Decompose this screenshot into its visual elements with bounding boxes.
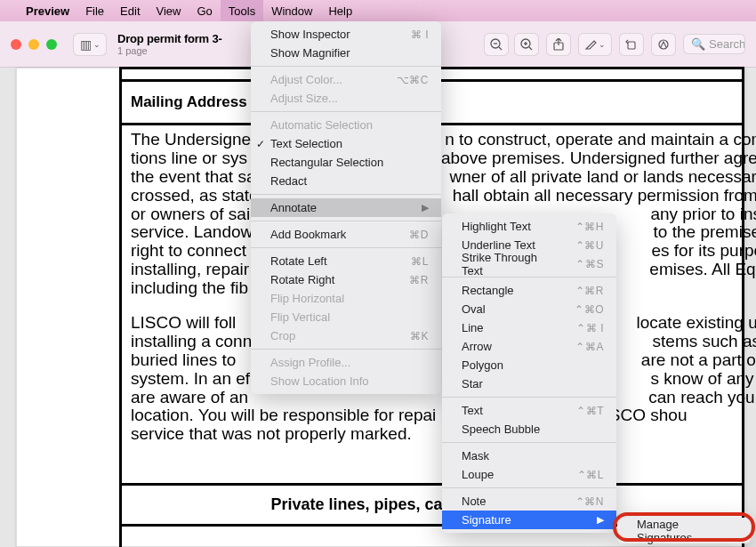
tools-item-rectangular-selection[interactable]: Rectangular Selection [251,153,441,172]
zoom-out-button[interactable] [484,33,509,56]
tools-item-show-location-info: Show Location Info [251,372,441,390]
pencil-icon [584,38,597,51]
fullscreen-button[interactable] [46,39,57,50]
sidebar-button[interactable]: ▥ ⌄ [73,33,107,56]
zoom-in-button[interactable] [514,33,539,56]
annotate-item-star[interactable]: Star [442,374,616,393]
tools-item-rotate-left[interactable]: Rotate Left⌘L [251,252,441,270]
annotate-item-line[interactable]: Line⌃⌘ I [442,318,616,337]
menubar-file[interactable]: File [77,0,112,21]
search-icon: 🔍 [691,37,705,51]
chevron-down-icon: ⌄ [599,40,606,49]
rotate-button[interactable] [619,33,644,56]
annotate-item-strike-through-text[interactable]: Strike Through Text⌃⌘S [442,254,616,273]
highlight-button[interactable]: ⌄ [578,33,612,56]
annotate-item-rectangle[interactable]: Rectangle⌃⌘R [442,281,616,300]
tools-item-text-selection[interactable]: ✓Text Selection [251,134,441,153]
tools-item-rotate-right[interactable]: Rotate Right⌘R [251,270,441,289]
markup-icon [657,38,670,51]
tools-item-crop: Crop⌘K [251,326,441,345]
search-field[interactable]: 🔍 Search [683,34,745,54]
menubar-window[interactable]: Window [263,0,320,21]
manage-signatures-item[interactable]: Manage Signatures... [617,521,751,540]
annotate-submenu: Highlight Text⌃⌘HUnderline Text⌃⌘UStrike… [442,213,616,533]
menubar-tools[interactable]: Tools [221,0,263,21]
minimize-button[interactable] [28,39,39,50]
menubar-help[interactable]: Help [320,0,360,21]
svg-line-1 [499,47,502,50]
menubar-edit[interactable]: Edit [112,0,148,21]
share-button[interactable] [546,33,571,56]
svg-rect-8 [628,42,635,49]
tools-menu: Show Inspector⌘ IShow MagnifierAdjust Co… [251,21,441,394]
markup-button[interactable] [651,33,676,56]
search-placeholder: Search [709,37,745,51]
menubar-view[interactable]: View [149,0,189,21]
annotate-item-arrow[interactable]: Arrow⌃⌘A [442,337,616,356]
chevron-down-icon: ⌄ [93,40,101,49]
tools-item-annotate[interactable]: Annotate▶ [251,198,441,217]
annotate-item-signature[interactable]: Signature▶ [442,511,616,529]
annotate-item-note[interactable]: Note⌃⌘N [442,492,616,511]
tools-item-add-bookmark[interactable]: Add Bookmark⌘D [251,225,441,244]
menubar-go[interactable]: Go [189,0,220,21]
annotate-item-loupe[interactable]: Loupe⌃⌘L [442,465,616,484]
annotate-item-polygon[interactable]: Polygon [442,356,616,374]
traffic-lights [11,39,57,50]
tools-item-flip-vertical: Flip Vertical [251,308,441,326]
annotate-item-oval[interactable]: Oval⌃⌘O [442,300,616,318]
close-button[interactable] [11,39,21,50]
document-subtitle: 1 page [117,45,222,56]
document-title: Drop permit form 3- [117,32,222,45]
tools-item-show-inspector[interactable]: Show Inspector⌘ I [251,25,441,44]
annotate-item-text[interactable]: Text⌃⌘T [442,401,616,420]
menubar-app[interactable]: Preview [18,0,77,21]
tools-item-flip-horizontal: Flip Horizontal [251,289,441,308]
tools-item-automatic-selection: Automatic Selection [251,116,441,134]
tools-item-adjust-size-: Adjust Size... [251,89,441,108]
tools-item-adjust-color-: Adjust Color...⌥⌘C [251,70,441,89]
svg-line-4 [529,47,532,50]
annotate-item-highlight-text[interactable]: Highlight Text⌃⌘H [442,217,616,236]
signature-submenu: Manage Signatures... [617,518,751,543]
menubar: Preview File Edit View Go Tools Window H… [0,0,756,21]
title-area: Drop permit form 3- 1 page [117,32,222,56]
sidebar-icon: ▥ [80,37,92,52]
annotate-item-mask[interactable]: Mask [442,446,616,465]
tools-item-redact[interactable]: Redact [251,172,441,190]
annotate-item-speech-bubble[interactable]: Speech Bubble [442,420,616,438]
tools-item-assign-profile-: Assign Profile... [251,353,441,372]
rotate-icon [625,38,638,51]
tools-item-show-magnifier[interactable]: Show Magnifier [251,44,441,62]
